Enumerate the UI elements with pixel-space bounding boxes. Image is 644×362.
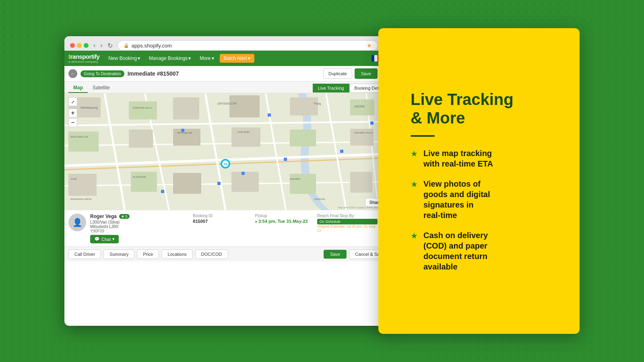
feature-item-2: ★ View photos ofgoods and digitalsignatu… — [411, 179, 493, 220]
map-svg: Mandaluyong ADDITION HILLS ORTIGAS CTR P… — [64, 93, 394, 210]
feature-list: ★ Live map trackingwith real-time ETA ★ … — [411, 148, 493, 272]
svg-rect-24 — [68, 174, 97, 196]
back-button[interactable]: ← — [68, 69, 77, 78]
traffic-light-green[interactable] — [84, 43, 89, 48]
svg-text:HIGHWAY HILLS: HIGHWAY HILLS — [354, 132, 373, 134]
svg-text:ORANBO: ORANBO — [290, 178, 300, 180]
svg-rect-22 — [290, 130, 316, 146]
driver-vehicle: L300/Van (Silva) — [90, 220, 189, 224]
svg-rect-45 — [268, 113, 271, 117]
tab-map[interactable]: Map — [68, 83, 88, 93]
booking-id-value: 815007 — [193, 219, 253, 224]
map-zoom-controls: ⤢ + − — [68, 97, 77, 127]
traffic-light-yellow[interactable] — [77, 43, 82, 48]
nav-new-booking[interactable]: New Booking ▾ — [105, 54, 143, 63]
forward-nav-button[interactable]: › — [99, 41, 104, 50]
browser-top-bar: ‹ › ↻ 🔒 apps.shopify.com ★ ≡ — [70, 40, 389, 51]
svg-rect-51 — [217, 182, 221, 185]
svg-rect-50 — [242, 172, 245, 175]
right-panel: Live Tracking& More ★ Live map trackingw… — [378, 28, 580, 334]
svg-text:ADDITION HILLS: ADDITION HILLS — [133, 107, 152, 109]
svg-rect-46 — [181, 129, 184, 132]
logo-area: transportify a deliveroo company — [68, 53, 99, 64]
original-estimate: Original Estimate: 16:26 pm, 31 May 22 — [317, 224, 378, 232]
tab-satellite[interactable]: Satellite — [88, 83, 115, 93]
doc-cod-button[interactable]: DOC/COD — [195, 249, 228, 259]
bookmark-icon[interactable]: ★ — [367, 42, 372, 49]
pickup-value: ● 3:54 pm, Tue 31-May-22 — [255, 219, 316, 224]
address-bar[interactable]: 🔒 apps.shopify.com ★ — [118, 40, 378, 51]
browser-chrome: ‹ › ↻ 🔒 apps.shopify.com ★ ≡ — [64, 36, 394, 51]
reload-nav-button[interactable]: ↻ — [106, 41, 114, 50]
reach-label: Reach Final Stop By: — [317, 214, 378, 218]
svg-rect-15 — [229, 95, 260, 117]
feature-text-3: Cash on delivery(COD) and paperdocument … — [423, 230, 488, 272]
traffic-lights — [70, 43, 89, 48]
call-driver-button[interactable]: Call Driver — [68, 249, 101, 259]
nav-batch-alert[interactable]: Batch Alert ▾ — [220, 54, 254, 63]
svg-text:Ayala Malls: Ayala Malls — [237, 131, 250, 133]
svg-rect-16 — [290, 97, 318, 115]
driver-name: Roger Vega — [90, 214, 117, 219]
booking-id-col: Booking ID 815007 — [193, 214, 253, 224]
booking-id-label: Booking ID — [193, 214, 253, 218]
svg-text:SM Megamall: SM Megamall — [177, 132, 192, 134]
booking-title: Immediate #815007 — [128, 70, 320, 77]
svg-rect-29 — [350, 172, 372, 193]
star-icon-2: ★ — [411, 179, 418, 189]
price-button[interactable]: Price — [137, 249, 159, 259]
panel-divider — [411, 135, 435, 137]
duplicate-button[interactable]: Duplicate — [323, 68, 352, 79]
driver-info: 👤 Roger Vega ★ 5 L300/Van (Silva) Mitsub… — [64, 210, 394, 247]
reach-col: Reach Final Stop By: On Schedule Origina… — [317, 214, 378, 232]
save-bottom-button[interactable]: Save — [324, 250, 347, 259]
back-nav-button[interactable]: ‹ — [92, 41, 97, 50]
lock-icon: 🔒 — [124, 43, 129, 48]
pickup-label: Pickup — [255, 214, 316, 218]
chat-button[interactable]: 💬 Chat ▾ — [90, 235, 119, 243]
zoom-out-button[interactable]: − — [68, 118, 77, 127]
summary-button[interactable]: Summary — [103, 249, 134, 259]
star-icon-3: ★ — [411, 231, 418, 241]
svg-rect-28 — [290, 174, 316, 194]
feature-item-3: ★ Cash on delivery(COD) and paperdocumen… — [411, 230, 493, 272]
zoom-in-button[interactable]: + — [68, 109, 77, 117]
nav-more[interactable]: More ▾ — [196, 54, 217, 63]
address-text: apps.shopify.com — [132, 43, 365, 49]
feature-text-1: Live map trackingwith real-time ETA — [423, 148, 493, 169]
pickup-col: Pickup ● 3:54 pm, Tue 31-May-22 — [255, 214, 316, 224]
nav-buttons: ‹ › ↻ — [92, 41, 114, 50]
driver-details: Roger Vega ★ 5 L300/Van (Silva) Mitsubis… — [90, 214, 189, 243]
logo-t: t — [68, 53, 70, 60]
svg-text:PLAINVIEW: PLAINVIEW — [133, 176, 146, 178]
booking-details-row: Booking ID 815007 Pickup ● 3:54 pm, Tue … — [193, 214, 390, 232]
map-container: Mandaluyong ADDITION HILLS ORTIGAS CTR P… — [64, 93, 394, 210]
svg-rect-14 — [173, 97, 199, 119]
driver-avatar: 👤 — [68, 214, 86, 231]
locations-button[interactable]: Locations — [161, 249, 192, 259]
svg-text:UGONG: UGONG — [354, 105, 365, 108]
chat-icon: 💬 — [94, 237, 100, 242]
svg-text:JOSE: JOSE — [70, 178, 77, 180]
svg-rect-19 — [129, 130, 153, 148]
panel-title: Live Tracking& More — [411, 90, 514, 127]
map-expand-button[interactable]: ⤢ — [68, 97, 77, 106]
app-navbar: transportify a deliveroo company New Boo… — [64, 51, 394, 66]
main-wrapper: ‹ › ↻ 🔒 apps.shopify.com ★ ≡ transportif… — [64, 28, 580, 334]
feature-item-1: ★ Live map trackingwith real-time ETA — [411, 148, 493, 169]
nav-manage-bookings[interactable]: Manage Bookings ▾ — [146, 54, 194, 63]
driver-rating: ★ 5 — [119, 214, 130, 219]
driver-avatar-emoji: 👤 — [72, 218, 83, 227]
bottom-actions: Call Driver Summary Price Locations DOC/… — [64, 247, 394, 261]
logo-sub: a deliveroo company — [68, 60, 99, 64]
booking-bar: ← Going To Destination Immediate #815007… — [64, 66, 394, 82]
svg-rect-52 — [161, 190, 164, 193]
traffic-light-red[interactable] — [70, 43, 75, 48]
star-icon-1: ★ — [411, 149, 418, 158]
save-top-button[interactable]: Save — [355, 68, 378, 79]
tab-live-tracking[interactable]: Live Tracking — [313, 84, 349, 93]
driver-model: Mitsubishi L300 — [90, 224, 189, 229]
svg-rect-25 — [131, 172, 157, 192]
logo-text: transportify — [68, 53, 99, 60]
browser-panel: ‹ › ↻ 🔒 apps.shopify.com ★ ≡ transportif… — [64, 36, 394, 326]
